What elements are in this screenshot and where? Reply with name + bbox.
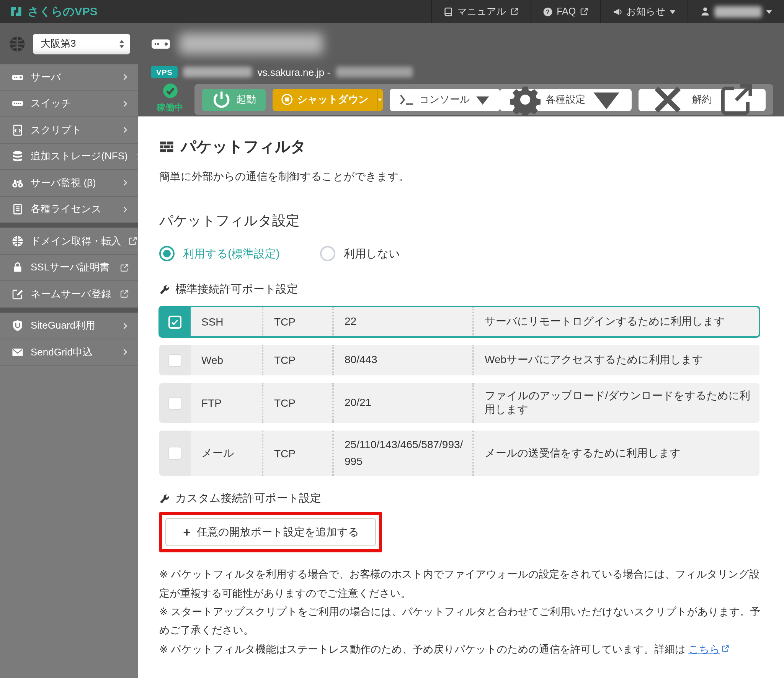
- caret-down-icon: [669, 8, 676, 15]
- radio-selected-icon: [159, 246, 175, 261]
- redacted-hostname-prefix: [183, 67, 252, 77]
- sidebar-item-label: SSLサーバ証明書: [31, 261, 113, 275]
- port-name: メール: [191, 431, 262, 476]
- external-link-icon: [119, 263, 129, 273]
- note-detail-link[interactable]: こちら: [688, 643, 720, 655]
- sidebar-item-label: 追加ストレージ(NFS): [31, 150, 128, 164]
- wrench-icon: [159, 284, 170, 295]
- question-circle-icon: ?: [543, 7, 553, 16]
- nav-item-label: お知らせ: [626, 5, 665, 18]
- region-header: 大阪第3: [0, 23, 138, 64]
- check-circle-icon: [162, 83, 178, 99]
- external-link-icon: [128, 236, 138, 246]
- page-title: パケットフィルタ: [159, 136, 761, 157]
- port-name: FTP: [191, 383, 262, 423]
- external-link-icon: [510, 7, 519, 16]
- toolbar-right-group: 各種設定 解約: [500, 88, 766, 111]
- annotation-highlight-box: 任意の開放ポート設定を追加する: [159, 512, 382, 553]
- chevron-right-icon: [121, 205, 129, 214]
- power-icon: [211, 89, 232, 110]
- sidebar-item-SSLサーバ証明書[interactable]: SSLサーバ証明書: [0, 255, 138, 281]
- checkbox-column: [159, 345, 191, 375]
- sidebar-item-ドメイン取得・転入[interactable]: ドメイン取得・転入: [0, 228, 138, 255]
- sidebar-item-SiteGuard利用[interactable]: SiteGuard利用: [0, 313, 138, 339]
- filter-radio-group: 利用する(標準設定)利用しない: [159, 246, 761, 261]
- sidebar-item-スイッチ[interactable]: スイッチ: [0, 91, 138, 117]
- radio-unselected-icon: [320, 246, 335, 261]
- sakura-logo-icon: [9, 5, 23, 18]
- sidebar-item-label: サーバ監視 (β): [31, 176, 114, 190]
- server-host-row: VPS vs.sakura.ne.jp -: [151, 66, 412, 78]
- globe-icon: [11, 235, 24, 247]
- caret-down-icon: [590, 84, 622, 116]
- nav-item-お知らせ[interactable]: お知らせ: [600, 0, 688, 23]
- edit-icon: [11, 288, 24, 300]
- x-icon: [647, 80, 687, 120]
- server-header: VPS vs.sakura.ne.jp - 稼働中 起動 シャットダウン: [138, 23, 784, 116]
- port-protocol: TCP: [262, 306, 332, 337]
- nav-item-マニュアル[interactable]: マニュアル: [431, 0, 531, 23]
- checkbox-checked[interactable]: [168, 315, 181, 328]
- port-table: SSHTCP22サーバにリモートログインするために利用しますWebTCP80/4…: [159, 306, 760, 476]
- shutdown-button[interactable]: シャットダウン: [272, 88, 377, 111]
- brand-logo[interactable]: さくらのVPS: [0, 4, 107, 19]
- external-link-icon: [119, 289, 129, 299]
- nav-item-FAQ[interactable]: ?FAQ: [531, 0, 600, 23]
- status-running: 稼働中: [151, 83, 189, 113]
- sidebar-item-label: SiteGuard利用: [31, 319, 114, 333]
- sidebar-item-SendGrid申込[interactable]: SendGrid申込: [0, 339, 138, 366]
- packet-filter-icon: [159, 140, 175, 154]
- port-row-FTP[interactable]: FTPTCP20/21ファイルのアップロード/ダウンロードをするために利用します: [159, 383, 760, 423]
- checkbox-unchecked[interactable]: [168, 354, 181, 367]
- sidebar-item-追加ストレージ(NFS)[interactable]: 追加ストレージ(NFS): [0, 144, 138, 170]
- note: ※ スタートアップスクリプトをご利用の場合には、パケットフィルタと合わせてご利用…: [159, 603, 766, 640]
- chevron-right-icon: [121, 179, 129, 187]
- terminate-button[interactable]: 解約: [638, 88, 766, 111]
- mail-icon: [11, 346, 24, 359]
- note: ※ パケットフィルタ機能はステートレス動作のため、予め戻りパケットのための通信を…: [159, 640, 766, 659]
- shield-icon: [11, 320, 24, 332]
- vps-badge: VPS: [151, 66, 178, 78]
- port-numbers: 20/21: [332, 383, 472, 423]
- port-row-Web[interactable]: WebTCP80/443Webサーバにアクセスするために利用します: [159, 345, 760, 375]
- page-description: 簡単に外部からの通信を制御することができます。: [159, 170, 761, 184]
- port-protocol: TCP: [262, 383, 332, 423]
- server-toolbar: 起動 シャットダウン コンソール: [194, 84, 773, 115]
- external-link-icon: [580, 7, 589, 16]
- user-menu[interactable]: [688, 0, 784, 23]
- settings-button[interactable]: 各種設定: [500, 88, 631, 111]
- sidebar-item-サーバ[interactable]: サーバ: [0, 64, 138, 91]
- sidebar-item-ネームサーバ登録[interactable]: ネームサーバ登録: [0, 281, 138, 308]
- checkbox-unchecked[interactable]: [168, 396, 181, 409]
- svg-text:?: ?: [546, 8, 550, 15]
- shutdown-split-button: シャットダウン: [272, 88, 382, 111]
- sidebar-item-各種ライセンス[interactable]: 各種ライセンス: [0, 197, 138, 223]
- shutdown-dropdown-toggle[interactable]: [377, 88, 383, 111]
- radio-利用する(標準設定)[interactable]: 利用する(標準設定): [159, 246, 320, 261]
- start-button[interactable]: 起動: [202, 88, 265, 111]
- book-icon: [443, 7, 453, 16]
- console-button[interactable]: コンソール: [390, 88, 500, 111]
- region-select[interactable]: 大阪第3: [33, 33, 130, 54]
- status-label: 稼働中: [151, 102, 189, 113]
- add-custom-port-button[interactable]: 任意の開放ポート設定を追加する: [165, 518, 376, 547]
- storage-icon: [11, 151, 24, 163]
- check-icon: [171, 318, 179, 326]
- chevron-right-icon: [121, 100, 129, 108]
- sidebar-menu: サーバスイッチスクリプト追加ストレージ(NFS)サーバ監視 (β)各種ライセンス…: [0, 64, 138, 366]
- checkbox-unchecked[interactable]: [168, 447, 181, 460]
- stop-circle-icon: [281, 93, 292, 105]
- sidebar-item-サーバ監視 (β)[interactable]: サーバ監視 (β): [0, 170, 138, 197]
- port-row-メール[interactable]: メールTCP25/110/143/465/587/993/995メールの送受信を…: [159, 431, 760, 476]
- port-row-SSH[interactable]: SSHTCP22サーバにリモートログインするために利用します: [159, 306, 760, 337]
- sidebar-item-スクリプト[interactable]: スクリプト: [0, 117, 138, 144]
- port-name: Web: [191, 345, 262, 375]
- chevron-right-icon: [121, 348, 129, 357]
- chevron-right-icon: [121, 73, 129, 82]
- megaphone-icon: [612, 7, 622, 16]
- switch-icon: [11, 98, 24, 110]
- sidebar-divider: [0, 223, 138, 228]
- sidebar-divider: [0, 308, 138, 313]
- port-numbers: 25/110/143/465/587/993/995: [332, 431, 472, 476]
- radio-利用しない[interactable]: 利用しない: [320, 246, 400, 261]
